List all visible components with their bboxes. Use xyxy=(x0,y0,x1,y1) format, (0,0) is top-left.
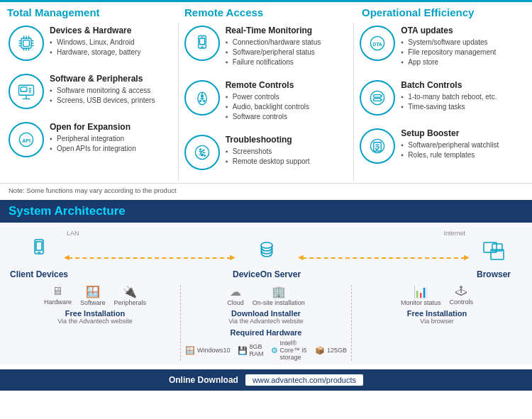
svg-rect-39 xyxy=(374,95,382,98)
bullet-item: Screenshots xyxy=(226,147,348,157)
setup-booster-title: Setup Booster xyxy=(401,128,523,138)
troubleshooting-bullets: Screenshots Remote desktop support xyxy=(226,147,348,167)
batch-icon xyxy=(360,80,395,116)
feature-devices-hardware: Devices & Hardware Windows, Linux, Andro… xyxy=(9,23,172,64)
server-req-label: Required Hardware xyxy=(231,328,302,337)
software-peripherals-bullets: Software monitoring & access Screens, US… xyxy=(50,86,172,106)
arch-labels: LAN Internet xyxy=(10,230,522,237)
req-cpu: ⚙ Intel® Core™ i5 storage xyxy=(271,340,308,361)
bullet-item: Windows, Linux, Android xyxy=(50,38,172,48)
bullet-item: Time-saving tasks xyxy=(401,102,523,112)
realtime-monitoring-title: Real-Time Monitoring xyxy=(226,26,348,35)
server-install-sub: Via the Advantech website xyxy=(228,318,303,325)
devices-hardware-text: Devices & Hardware Windows, Linux, Andro… xyxy=(50,26,172,57)
storage-label: 125GB xyxy=(327,347,347,354)
bullet-item: Hardware, storage, battery xyxy=(50,48,172,57)
col-total: Devices & Hardware Windows, Linux, Andro… xyxy=(6,23,175,180)
tools-icon xyxy=(184,135,220,170)
note-bar: Note: Some functions may vary according … xyxy=(0,183,532,197)
controls-label: Controls xyxy=(450,298,474,306)
req-storage: 📦 125GB xyxy=(315,346,347,355)
storage-icon: 📦 xyxy=(315,346,325,355)
software-icon: 🪟 xyxy=(86,285,100,298)
browser-controls-item: 🕹 Controls xyxy=(450,285,474,306)
monitor-icon xyxy=(9,74,44,109)
remote-icon xyxy=(184,80,220,116)
col-remote: Real-Time Monitoring Connection/hardware… xyxy=(182,23,351,180)
realtime-monitoring-bullets: Connection/hardware status Software/peri… xyxy=(226,38,348,67)
ota-icon: OTA xyxy=(360,26,395,61)
browser-install-label: Free Installation xyxy=(407,309,467,318)
monitor-status-icon: 📊 xyxy=(414,285,428,298)
svg-point-50 xyxy=(261,242,272,248)
bullet-item: Screens, USB devices, printers xyxy=(50,96,172,106)
ota-updates-title: OTA updates xyxy=(401,26,523,35)
req-ram: 💾 8GB RAM xyxy=(238,343,264,357)
hardware-label: Hardware xyxy=(44,298,72,306)
bullet-item: Software/peripheral status xyxy=(226,48,348,57)
cpu-label: Intel® Core™ i5 storage xyxy=(280,340,308,361)
feature-realtime-monitoring: Real-Time Monitoring Connection/hardware… xyxy=(184,23,348,70)
arch-detail-row: 🖥 Hardware 🪟 Software 🔌 Peripherals Free… xyxy=(10,285,522,361)
svg-rect-17 xyxy=(21,87,27,91)
server-icon xyxy=(255,238,278,268)
bullet-item: Remote desktop support xyxy=(226,157,348,167)
remote-controls-title: Remote Controls xyxy=(226,80,348,90)
ram-icon: 💾 xyxy=(238,346,248,355)
ota-updates-text: OTA updates System/software updates File… xyxy=(401,26,523,67)
browser-icon xyxy=(481,238,506,268)
arch-node-server: DeviceOn Server xyxy=(231,238,302,279)
bottom-bar: Online Download www.advantech.com/produc… xyxy=(0,369,532,391)
arch-arrow-lan: ▶ ◀ xyxy=(68,252,231,265)
server-onsite-item: 🏢 On-site installation xyxy=(253,285,305,306)
client-software-item: 🪟 Software xyxy=(80,285,106,306)
software-label: Software xyxy=(80,299,106,306)
cloud-icon: ☁ xyxy=(230,285,241,298)
arch-diagram: Client Devices ▶ ◀ DeviceOn Server xyxy=(10,238,522,279)
arch-detail-client: 🖥 Hardware 🪟 Software 🔌 Peripherals Free… xyxy=(10,285,181,361)
windows-label: Windows10 xyxy=(197,347,231,354)
remote-controls-bullets: Power controls Audio, backlight controls… xyxy=(226,92,348,122)
arch-node-client: Client Devices xyxy=(10,238,68,279)
monitor-status-label: Monitor status xyxy=(401,299,441,306)
server-sub-icons: ☁ Cloud 🏢 On-site installation xyxy=(227,285,305,306)
troubleshooting-text: Troubleshooting Screenshots Remote deskt… xyxy=(226,135,348,167)
svg-text:OTA: OTA xyxy=(373,42,383,47)
ram-label: 8GB RAM xyxy=(250,343,264,357)
browser-install-sub: Via browser xyxy=(420,318,453,325)
server-cloud-item: ☁ Cloud xyxy=(227,285,244,306)
feature-software-peripherals: Software & Peripherals Software monitori… xyxy=(9,71,172,112)
feature-ota-updates: OTA OTA updates System/software updates … xyxy=(360,23,523,70)
bullet-item: File repository management xyxy=(401,48,523,57)
req-windows: 🪟 Windows10 xyxy=(185,346,231,355)
remote-controls-text: Remote Controls Power controls Audio, ba… xyxy=(226,80,348,122)
bullet-item: Software/peripheral watchlist xyxy=(401,140,523,150)
svg-text:API: API xyxy=(22,138,31,143)
arch-detail-server: ☁ Cloud 🏢 On-site installation Download … xyxy=(181,285,352,361)
feature-troubleshooting: Troubleshooting Screenshots Remote deskt… xyxy=(184,132,348,173)
browser-node-label: Browser xyxy=(477,269,511,279)
feature-grid: Devices & Hardware Windows, Linux, Andro… xyxy=(0,23,532,180)
svg-rect-40 xyxy=(374,99,382,101)
software-peripherals-title: Software & Peripherals xyxy=(50,74,172,84)
batch-controls-text: Batch Controls 1-to-many batch reboot, e… xyxy=(401,80,523,112)
monitor-phone-icon xyxy=(184,26,220,61)
client-peripherals-item: 🔌 Peripherals xyxy=(114,285,147,306)
online-download-label: Online Download xyxy=(169,375,238,385)
batch-controls-bullets: 1-to-many batch reboot, etc. Time-saving… xyxy=(401,92,523,112)
bullet-item: System/software updates xyxy=(401,38,523,48)
req-hardware-row: 🪟 Windows10 💾 8GB RAM ⚙ Intel® Core™ i5 … xyxy=(185,340,347,361)
arch-arrow-internet: ▶ ◀ xyxy=(302,252,465,265)
bullet-item: Power controls xyxy=(226,92,348,102)
windows-icon: 🪟 xyxy=(185,346,195,355)
svg-point-33 xyxy=(203,101,204,102)
browser-sub-icons: 📊 Monitor status 🕹 Controls xyxy=(401,285,473,306)
bullet-item: Roles, rule templates xyxy=(401,150,523,160)
col-header-operational: Operational Efficiency xyxy=(355,2,532,23)
chip-icon xyxy=(9,26,44,61)
col-header-total: Total Management xyxy=(0,2,177,23)
col-header-remote: Remote Access xyxy=(177,2,355,23)
client-sub-icons: 🖥 Hardware 🪟 Software 🔌 Peripherals xyxy=(44,285,146,306)
lan-label: LAN xyxy=(67,230,79,237)
bullet-item: Failure notifications xyxy=(226,57,348,67)
